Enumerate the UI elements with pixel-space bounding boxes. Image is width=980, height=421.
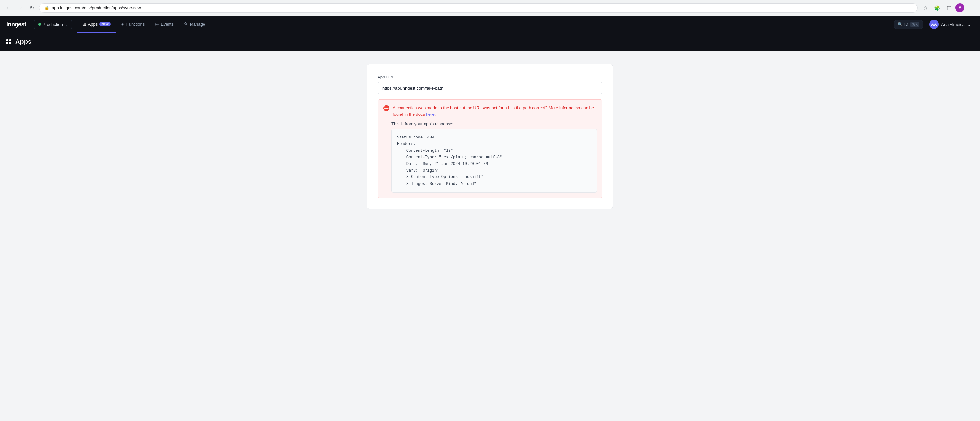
bookmark-button[interactable]: ☆: [920, 3, 931, 13]
functions-icon: ◈: [121, 21, 124, 27]
back-button[interactable]: ←: [4, 3, 13, 12]
header-right: 🔍 ID ⌘K AA Ana Almeida ⌄: [894, 19, 974, 30]
error-icon: ⛔: [383, 105, 390, 111]
app-url-input[interactable]: [377, 82, 603, 94]
error-docs-link[interactable]: here: [426, 112, 434, 117]
logo: inngest: [6, 21, 26, 28]
response-code-box: Status code: 404 Headers: Content-Length…: [391, 129, 597, 193]
tab-apps-label: Apps: [88, 22, 98, 27]
address-bar[interactable]: 🔒 app.inngest.com/env/production/apps/sy…: [39, 3, 918, 13]
form-card: App URL ⛔ A connection was made to the h…: [367, 64, 613, 209]
search-icon: 🔍: [898, 22, 902, 27]
page-title-text: Apps: [15, 38, 32, 45]
response-line-6: Vary: "Origin": [397, 167, 592, 174]
search-button[interactable]: 🔍 ID ⌘K: [894, 20, 923, 29]
reload-button[interactable]: ↻: [27, 3, 36, 12]
response-line-5: Date: "Sun, 21 Jan 2024 19:20:01 GMT": [397, 161, 592, 167]
profile-button[interactable]: A: [955, 3, 964, 12]
manage-icon: ✎: [184, 21, 188, 27]
tab-functions-label: Functions: [126, 22, 145, 27]
tab-apps[interactable]: ⊞ Apps New: [77, 16, 116, 33]
error-header: ⛔ A connection was made to the host but …: [383, 105, 597, 117]
url-text: app.inngest.com/env/production/apps/sync…: [52, 5, 141, 10]
user-menu[interactable]: AA Ana Almeida ⌄: [927, 19, 974, 30]
env-name: Production: [43, 22, 63, 27]
events-icon: ◎: [155, 21, 159, 27]
content-and-footer: App URL ⛔ A connection was made to the h…: [0, 51, 980, 421]
main-content: App URL ⛔ A connection was made to the h…: [0, 51, 980, 421]
forward-button[interactable]: →: [16, 3, 25, 12]
avatar: AA: [929, 20, 939, 29]
error-message: A connection was made to the host but th…: [393, 105, 597, 117]
error-message-text: A connection was made to the host but th…: [393, 105, 594, 117]
page-title-bar: Apps: [0, 33, 980, 51]
response-line-7: X-Content-Type-Options: "nosniff": [397, 174, 592, 180]
nav-tabs: ⊞ Apps New ◈ Functions ◎ Events ✎ Manage: [77, 16, 894, 33]
response-line-4: Content-Type: "text/plain; charset=utf-8…: [397, 154, 592, 161]
apps-new-badge: New: [100, 22, 110, 26]
env-selector[interactable]: Production ⌄: [34, 20, 72, 29]
tab-events-label: Events: [161, 22, 174, 27]
error-box: ⛔ A connection was made to the host but …: [377, 99, 603, 198]
response-line-8: X-Inngest-Server-Kind: "cloud": [397, 181, 592, 187]
search-shortcut: ⌘K: [910, 22, 920, 27]
browser-chrome: ← → ↻ 🔒 app.inngest.com/env/production/a…: [0, 0, 980, 16]
app-url-label: App URL: [377, 75, 603, 80]
tab-manage[interactable]: ✎ Manage: [179, 16, 210, 33]
lock-icon: 🔒: [45, 5, 49, 10]
apps-grid-icon: [6, 39, 11, 44]
extensions-button[interactable]: 🧩: [932, 3, 942, 13]
user-chevron-icon: ⌄: [967, 22, 971, 27]
search-label: ID: [905, 22, 908, 27]
tab-functions[interactable]: ◈ Functions: [116, 16, 150, 33]
apps-icon: ⊞: [82, 21, 86, 27]
browser-actions: ☆ 🧩 ▢ A ⋮: [920, 3, 976, 13]
tab-events[interactable]: ◎ Events: [150, 16, 179, 33]
chevron-down-icon: ⌄: [65, 22, 68, 27]
form-container: App URL ⛔ A connection was made to the h…: [367, 64, 613, 410]
tab-manage-label: Manage: [190, 22, 205, 27]
app-header: inngest Production ⌄ ⊞ Apps New ◈ Functi…: [0, 16, 980, 33]
avatar-initials: AA: [931, 22, 937, 27]
split-screen-button[interactable]: ▢: [944, 3, 954, 13]
response-line-3: Content-Length: "19": [397, 148, 592, 154]
error-sub-label: This is from your app's response:: [391, 121, 597, 126]
response-line-2: Headers:: [397, 141, 592, 147]
env-status-dot: [38, 23, 41, 26]
response-line-1: Status code: 404: [397, 134, 592, 141]
menu-button[interactable]: ⋮: [966, 3, 976, 13]
page-title: Apps: [6, 38, 974, 45]
user-name: Ana Almeida: [941, 22, 965, 27]
